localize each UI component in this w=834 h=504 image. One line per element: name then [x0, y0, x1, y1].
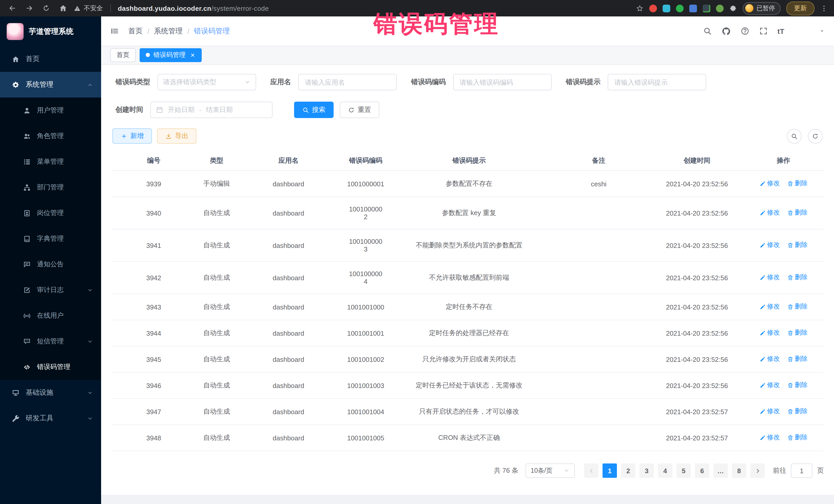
add-button[interactable]: 新增 — [112, 128, 152, 144]
edit-link[interactable]: 修改 — [759, 381, 780, 390]
page-button[interactable]: 5 — [676, 463, 691, 478]
app-name-input[interactable] — [299, 74, 396, 90]
menu-collapse-icon[interactable] — [110, 27, 119, 36]
sidebar-item-system[interactable]: 系统管理 — [0, 72, 101, 97]
toolbar-right — [787, 129, 823, 144]
sidebar-item-audit-log[interactable]: 审计日志 — [0, 277, 101, 303]
sidebar-item-devtools[interactable]: 研发工具 — [0, 406, 101, 431]
cell-hint: 定时任务的处理器已经存在 — [392, 320, 547, 346]
pager-ellipsis[interactable]: … — [714, 463, 728, 478]
extension-icon[interactable] — [716, 4, 724, 12]
delete-link[interactable]: 删除 — [787, 355, 808, 364]
browser-menu-icon[interactable] — [820, 4, 828, 12]
edit-link[interactable]: 修改 — [759, 273, 780, 282]
sidebar-item-menu[interactable]: 菜单管理 — [0, 149, 101, 175]
sidebar-item-error-code[interactable]: 错误码管理 — [0, 354, 101, 380]
sidebar-item-label: 通知公告 — [37, 260, 64, 269]
search-icon[interactable] — [703, 27, 712, 36]
forward-button[interactable] — [23, 2, 36, 14]
tab[interactable]: 错误码管理 — [139, 48, 201, 62]
edit-link[interactable]: 修改 — [759, 303, 780, 311]
sidebar-item-home[interactable]: 首页 — [0, 46, 101, 72]
edit-label: 修改 — [767, 179, 780, 188]
extension-icon[interactable] — [649, 4, 657, 12]
error-type-select[interactable]: 请选择错误码类型 — [157, 74, 256, 90]
sidebar-item-notice[interactable]: 通知公告 — [0, 251, 101, 277]
fullscreen-icon[interactable] — [759, 27, 768, 36]
delete-link[interactable]: 删除 — [787, 241, 808, 250]
vue-devtools-icon[interactable] — [676, 4, 684, 12]
next-page-button[interactable] — [750, 463, 765, 478]
back-button[interactable] — [6, 2, 19, 14]
delete-link[interactable]: 删除 — [787, 303, 808, 311]
edit-link[interactable]: 修改 — [759, 355, 780, 364]
profile-paused-chip[interactable]: 已暂停 — [743, 2, 781, 15]
sidebar-item-sms[interactable]: 短信管理 — [0, 328, 101, 354]
bookmark-star-icon[interactable] — [636, 4, 643, 12]
page-button[interactable]: 1 — [602, 463, 617, 478]
sidebar-item-post[interactable]: 岗位管理 — [0, 200, 101, 226]
sidebar-item-dict[interactable]: 字典管理 — [0, 226, 101, 251]
logo[interactable]: 芋道管理系统 — [0, 17, 101, 46]
edit-link[interactable]: 修改 — [759, 407, 780, 416]
sidebar-item-online-user[interactable]: 在线用户 — [0, 303, 101, 328]
sidebar-item-role[interactable]: 角色管理 — [0, 123, 101, 149]
extensions-puzzle-icon[interactable] — [729, 4, 737, 12]
search-button[interactable]: 搜索 — [294, 102, 334, 118]
browser-home-button[interactable] — [57, 2, 69, 14]
sidebar-item-user[interactable]: 用户管理 — [0, 97, 101, 123]
breadcrumb-item[interactable]: 系统管理 — [154, 26, 183, 36]
reset-button[interactable]: 重置 — [340, 102, 379, 118]
github-icon[interactable] — [722, 26, 731, 36]
page-button[interactable]: 3 — [639, 463, 654, 478]
page-button[interactable]: 8 — [732, 463, 746, 478]
delete-link[interactable]: 删除 — [787, 381, 808, 390]
extension-icon[interactable] — [703, 4, 710, 12]
edit-link[interactable]: 修改 — [759, 209, 780, 217]
code-icon — [23, 363, 31, 371]
delete-link[interactable]: 删除 — [787, 179, 808, 188]
page-button[interactable]: 4 — [658, 463, 672, 478]
user-avatar[interactable] — [794, 23, 809, 39]
table-header-row: 编号 类型 应用名 错误码编码 错误码提示 备注 创建时间 操作 — [111, 151, 824, 171]
help-icon[interactable] — [741, 27, 749, 36]
error-hint-input[interactable] — [608, 74, 706, 90]
sidebar-item-infra[interactable]: 基础设施 — [0, 380, 101, 406]
extension-icon[interactable] — [689, 4, 697, 12]
extension-icon[interactable] — [663, 4, 670, 12]
sidebar-item-label: 研发工具 — [26, 414, 53, 423]
close-icon[interactable] — [190, 52, 195, 58]
edit-label: 修改 — [767, 241, 780, 250]
delete-link[interactable]: 删除 — [787, 273, 808, 282]
font-size-icon[interactable]: tT — [777, 27, 784, 35]
edit-link[interactable]: 修改 — [759, 329, 780, 337]
page-button[interactable]: 6 — [695, 463, 709, 478]
update-button[interactable]: 更新 — [786, 1, 814, 15]
reload-button[interactable] — [40, 2, 52, 14]
cell-actions: 修改删除 — [743, 398, 824, 425]
caret-down-icon[interactable] — [819, 28, 825, 34]
cell-type: 自动生成 — [196, 197, 237, 229]
page-size-select[interactable]: 10条/页 — [526, 463, 575, 478]
breadcrumb-item[interactable]: 首页 — [128, 26, 143, 36]
page-button[interactable]: 2 — [621, 463, 635, 478]
create-time-range-picker[interactable]: 开始日期 - 结束日期 — [150, 102, 272, 118]
edit-link[interactable]: 修改 — [759, 179, 780, 188]
delete-link[interactable]: 删除 — [787, 407, 808, 416]
refresh-table-button[interactable] — [808, 129, 823, 144]
jump-page-input[interactable] — [791, 463, 812, 478]
error-code-input[interactable] — [454, 74, 551, 90]
edit-link[interactable]: 修改 — [759, 434, 780, 442]
delete-link[interactable]: 删除 — [787, 434, 808, 442]
security-indicator[interactable]: 不安全 — [74, 4, 103, 13]
tab[interactable]: 首页 — [110, 48, 135, 62]
prev-page-button[interactable] — [584, 463, 598, 478]
export-button[interactable]: 导出 — [157, 128, 197, 144]
delete-label: 删除 — [795, 273, 808, 282]
edit-link[interactable]: 修改 — [759, 241, 780, 250]
delete-link[interactable]: 删除 — [787, 209, 808, 217]
toggle-search-button[interactable] — [787, 129, 802, 144]
address-bar[interactable]: dashboard.yudao.iocoder.cn/system/error-… — [118, 4, 269, 12]
delete-link[interactable]: 删除 — [787, 329, 808, 337]
sidebar-item-dept[interactable]: 部门管理 — [0, 175, 101, 200]
